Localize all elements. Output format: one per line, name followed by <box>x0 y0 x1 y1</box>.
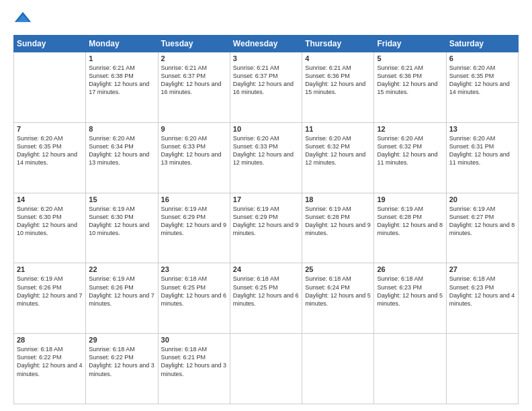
table-row: 14Sunrise: 6:20 AM Sunset: 6:30 PM Dayli… <box>14 193 86 263</box>
calendar-week-row: 1Sunrise: 6:21 AM Sunset: 6:38 PM Daylig… <box>14 52 519 123</box>
table-row: 10Sunrise: 6:20 AM Sunset: 6:33 PM Dayli… <box>230 122 302 193</box>
table-row <box>446 334 518 404</box>
table-row: 26Sunrise: 6:18 AM Sunset: 6:23 PM Dayli… <box>374 263 446 334</box>
day-number: 23 <box>161 265 227 273</box>
day-info: Sunrise: 6:21 AM Sunset: 6:37 PM Dayligh… <box>233 64 299 97</box>
table-row: 19Sunrise: 6:19 AM Sunset: 6:28 PM Dayli… <box>374 193 446 263</box>
col-saturday: Saturday <box>446 36 518 52</box>
day-info: Sunrise: 6:21 AM Sunset: 6:36 PM Dayligh… <box>305 64 371 97</box>
day-info: Sunrise: 6:18 AM Sunset: 6:25 PM Dayligh… <box>161 275 227 308</box>
day-number: 19 <box>377 195 443 203</box>
calendar-table: Sunday Monday Tuesday Wednesday Thursday… <box>13 35 519 404</box>
table-row: 18Sunrise: 6:19 AM Sunset: 6:28 PM Dayli… <box>302 193 374 263</box>
table-row: 23Sunrise: 6:18 AM Sunset: 6:25 PM Dayli… <box>158 263 230 334</box>
day-info: Sunrise: 6:20 AM Sunset: 6:30 PM Dayligh… <box>17 205 83 238</box>
table-row <box>230 334 302 404</box>
day-info: Sunrise: 6:21 AM Sunset: 6:36 PM Dayligh… <box>377 64 443 97</box>
col-tuesday: Tuesday <box>158 36 230 52</box>
day-number: 15 <box>89 195 154 203</box>
day-info: Sunrise: 6:19 AM Sunset: 6:28 PM Dayligh… <box>305 205 371 238</box>
day-info: Sunrise: 6:20 AM Sunset: 6:35 PM Dayligh… <box>17 134 83 167</box>
day-info: Sunrise: 6:20 AM Sunset: 6:35 PM Dayligh… <box>449 64 515 97</box>
day-number: 17 <box>233 195 299 203</box>
table-row: 7Sunrise: 6:20 AM Sunset: 6:35 PM Daylig… <box>14 122 86 193</box>
day-number: 16 <box>161 195 227 203</box>
day-number: 1 <box>89 54 154 62</box>
day-number: 9 <box>161 125 227 133</box>
table-row <box>14 52 86 123</box>
day-number: 30 <box>161 336 227 344</box>
table-row: 6Sunrise: 6:20 AM Sunset: 6:35 PM Daylig… <box>446 52 518 123</box>
day-info: Sunrise: 6:18 AM Sunset: 6:22 PM Dayligh… <box>17 345 83 378</box>
calendar-week-row: 7Sunrise: 6:20 AM Sunset: 6:35 PM Daylig… <box>14 122 519 193</box>
table-row: 2Sunrise: 6:21 AM Sunset: 6:37 PM Daylig… <box>158 52 230 123</box>
page: Sunday Monday Tuesday Wednesday Thursday… <box>0 0 532 411</box>
day-info: Sunrise: 6:18 AM Sunset: 6:24 PM Dayligh… <box>305 275 371 308</box>
col-friday: Friday <box>374 36 446 52</box>
day-info: Sunrise: 6:19 AM Sunset: 6:27 PM Dayligh… <box>449 205 515 238</box>
day-number: 13 <box>449 125 515 133</box>
table-row: 27Sunrise: 6:18 AM Sunset: 6:23 PM Dayli… <box>446 263 518 334</box>
col-monday: Monday <box>86 36 158 52</box>
calendar-header-row: Sunday Monday Tuesday Wednesday Thursday… <box>14 36 519 52</box>
table-row <box>302 334 374 404</box>
table-row: 13Sunrise: 6:20 AM Sunset: 6:31 PM Dayli… <box>446 122 518 193</box>
day-number: 5 <box>377 54 443 62</box>
day-number: 18 <box>305 195 371 203</box>
day-number: 12 <box>377 125 443 133</box>
table-row: 24Sunrise: 6:18 AM Sunset: 6:25 PM Dayli… <box>230 263 302 334</box>
table-row: 20Sunrise: 6:19 AM Sunset: 6:27 PM Dayli… <box>446 193 518 263</box>
table-row: 28Sunrise: 6:18 AM Sunset: 6:22 PM Dayli… <box>14 334 86 404</box>
day-info: Sunrise: 6:19 AM Sunset: 6:26 PM Dayligh… <box>89 275 154 308</box>
logo <box>13 11 35 30</box>
day-info: Sunrise: 6:19 AM Sunset: 6:30 PM Dayligh… <box>89 205 154 238</box>
day-info: Sunrise: 6:18 AM Sunset: 6:22 PM Dayligh… <box>89 345 154 378</box>
table-row: 30Sunrise: 6:18 AM Sunset: 6:21 PM Dayli… <box>158 334 230 404</box>
table-row: 25Sunrise: 6:18 AM Sunset: 6:24 PM Dayli… <box>302 263 374 334</box>
day-info: Sunrise: 6:18 AM Sunset: 6:23 PM Dayligh… <box>449 275 515 308</box>
col-wednesday: Wednesday <box>230 36 302 52</box>
table-row: 1Sunrise: 6:21 AM Sunset: 6:38 PM Daylig… <box>86 52 158 123</box>
table-row: 15Sunrise: 6:19 AM Sunset: 6:30 PM Dayli… <box>86 193 158 263</box>
day-number: 14 <box>17 195 83 203</box>
col-thursday: Thursday <box>302 36 374 52</box>
table-row: 22Sunrise: 6:19 AM Sunset: 6:26 PM Dayli… <box>86 263 158 334</box>
day-number: 10 <box>233 125 299 133</box>
day-info: Sunrise: 6:18 AM Sunset: 6:23 PM Dayligh… <box>377 275 443 308</box>
day-number: 8 <box>89 125 154 133</box>
day-info: Sunrise: 6:18 AM Sunset: 6:21 PM Dayligh… <box>161 345 227 378</box>
calendar-week-row: 14Sunrise: 6:20 AM Sunset: 6:30 PM Dayli… <box>14 193 519 263</box>
day-info: Sunrise: 6:20 AM Sunset: 6:34 PM Dayligh… <box>89 134 154 167</box>
day-number: 2 <box>161 54 227 62</box>
table-row: 9Sunrise: 6:20 AM Sunset: 6:33 PM Daylig… <box>158 122 230 193</box>
table-row: 17Sunrise: 6:19 AM Sunset: 6:29 PM Dayli… <box>230 193 302 263</box>
table-row: 21Sunrise: 6:19 AM Sunset: 6:26 PM Dayli… <box>14 263 86 334</box>
table-row <box>374 334 446 404</box>
day-number: 6 <box>449 54 515 62</box>
table-row: 8Sunrise: 6:20 AM Sunset: 6:34 PM Daylig… <box>86 122 158 193</box>
day-info: Sunrise: 6:20 AM Sunset: 6:33 PM Dayligh… <box>161 134 227 167</box>
day-info: Sunrise: 6:20 AM Sunset: 6:31 PM Dayligh… <box>449 134 515 167</box>
day-number: 26 <box>377 265 443 273</box>
day-number: 11 <box>305 125 371 133</box>
day-info: Sunrise: 6:19 AM Sunset: 6:28 PM Dayligh… <box>377 205 443 238</box>
day-info: Sunrise: 6:20 AM Sunset: 6:32 PM Dayligh… <box>377 134 443 167</box>
table-row: 29Sunrise: 6:18 AM Sunset: 6:22 PM Dayli… <box>86 334 158 404</box>
day-info: Sunrise: 6:18 AM Sunset: 6:25 PM Dayligh… <box>233 275 299 308</box>
day-info: Sunrise: 6:19 AM Sunset: 6:29 PM Dayligh… <box>161 205 227 238</box>
table-row: 12Sunrise: 6:20 AM Sunset: 6:32 PM Dayli… <box>374 122 446 193</box>
col-sunday: Sunday <box>14 36 86 52</box>
day-number: 4 <box>305 54 371 62</box>
day-number: 25 <box>305 265 371 273</box>
day-number: 28 <box>17 336 83 344</box>
day-info: Sunrise: 6:21 AM Sunset: 6:38 PM Dayligh… <box>89 64 154 97</box>
day-number: 24 <box>233 265 299 273</box>
table-row: 16Sunrise: 6:19 AM Sunset: 6:29 PM Dayli… <box>158 193 230 263</box>
day-number: 20 <box>449 195 515 203</box>
day-number: 21 <box>17 265 83 273</box>
day-number: 27 <box>449 265 515 273</box>
table-row: 4Sunrise: 6:21 AM Sunset: 6:36 PM Daylig… <box>302 52 374 123</box>
table-row: 3Sunrise: 6:21 AM Sunset: 6:37 PM Daylig… <box>230 52 302 123</box>
day-info: Sunrise: 6:20 AM Sunset: 6:32 PM Dayligh… <box>305 134 371 167</box>
day-number: 22 <box>89 265 154 273</box>
